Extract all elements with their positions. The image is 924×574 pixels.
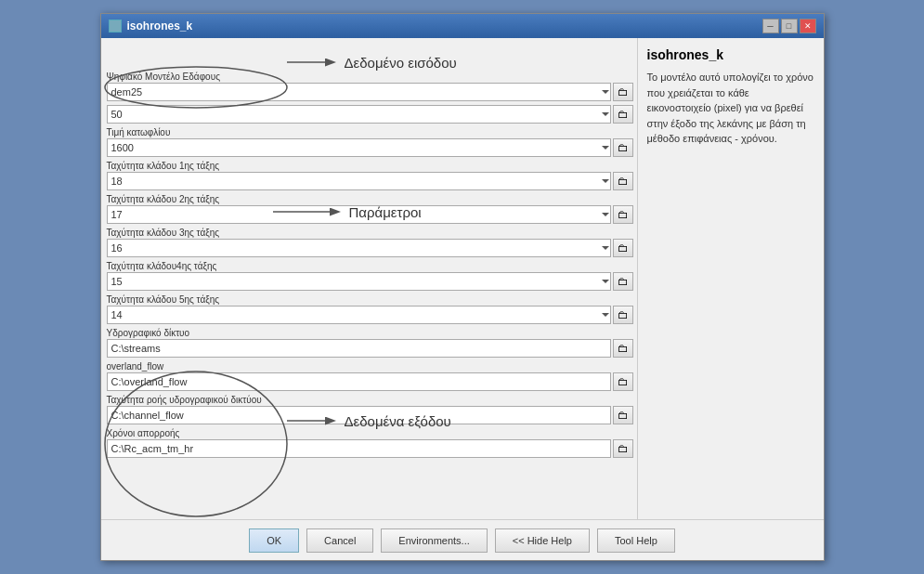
- select-wrapper-timh: 1600: [107, 138, 611, 157]
- hide-help-button[interactable]: << Hide Help: [495, 528, 590, 553]
- input-overland[interactable]: [107, 372, 611, 391]
- select-50[interactable]: 50: [107, 105, 611, 124]
- folder-icon-9: 🗀: [618, 342, 629, 355]
- input-ydrografiko[interactable]: [107, 339, 611, 358]
- select-tax5[interactable]: 14: [107, 306, 611, 324]
- minimize-button[interactable]: ─: [762, 19, 779, 33]
- select-wrapper-tax3: 16: [107, 239, 611, 257]
- dialog-footer: OK Cancel Environments... << Hide Help T…: [101, 519, 824, 560]
- select-tax3[interactable]: 16: [107, 239, 611, 257]
- folder-icon-12: 🗀: [618, 442, 629, 455]
- folder-button-tax4[interactable]: 🗀: [613, 272, 633, 291]
- environments-button[interactable]: Environments...: [381, 528, 487, 553]
- field-tax2: Ταχύτητα κλάδου 2ης τάξης 17 🗀: [107, 194, 633, 224]
- select-tax2[interactable]: 17: [107, 205, 611, 224]
- label-channel: Ταχύτητα ροής υδρογραφικού δικτύου: [107, 395, 633, 405]
- label-overland: overland_flow: [107, 361, 633, 372]
- right-panel-description: Το μοντέλο αυτό υπολογίζει το χρόνο που …: [647, 70, 814, 147]
- input-xronoi[interactable]: [107, 439, 611, 458]
- select-timh[interactable]: 1600: [107, 138, 611, 157]
- folder-button-50[interactable]: 🗀: [613, 105, 633, 124]
- field-tax4: Ταχύτητα κλάδου4ης τάξης 15 🗀: [107, 261, 633, 291]
- folder-icon-2: 🗀: [618, 108, 629, 121]
- field-tax1: Ταχύτητα κλάδου 1ης τάξης 18 🗀: [107, 161, 633, 190]
- label-tax4: Ταχύτητα κλάδου4ης τάξης: [107, 261, 633, 271]
- field-timh: Τιμή κατωφλίου 1600 🗀: [107, 127, 633, 157]
- field-channel: Ταχύτητα ροής υδρογραφικού δικτύου 🗀: [107, 395, 633, 424]
- folder-button-tax2[interactable]: 🗀: [613, 205, 633, 224]
- tool-help-button[interactable]: Tool Help: [597, 528, 675, 553]
- folder-icon-10: 🗀: [618, 375, 629, 388]
- label-tax2: Ταχύτητα κλάδου 2ης τάξης: [107, 194, 633, 204]
- ok-button[interactable]: OK: [249, 528, 299, 553]
- right-panel: isohrones_k Το μοντέλο αυτό υπολογίζει τ…: [638, 38, 824, 519]
- folder-button-channel[interactable]: 🗀: [613, 406, 633, 424]
- field-xronoi: Χρόνοι απορροής 🗀: [107, 428, 633, 458]
- label-ydrografiko: Υδρογραφικό δίκτυο: [107, 328, 633, 338]
- field-tax5: Ταχύτητα κλάδου 5ης τάξης 14 🗀: [107, 294, 633, 324]
- select-wrapper-50: 50: [107, 105, 611, 124]
- folder-button-tax3[interactable]: 🗀: [613, 239, 633, 257]
- select-dem[interactable]: dem25: [107, 83, 611, 101]
- folder-button-overland[interactable]: 🗀: [613, 372, 633, 391]
- label-tax3: Ταχύτητα κλάδου 3ης τάξης: [107, 228, 633, 238]
- folder-icon-4: 🗀: [618, 175, 629, 188]
- right-panel-title: isohrones_k: [647, 47, 814, 62]
- folder-icon-3: 🗀: [618, 141, 629, 154]
- folder-icon-11: 🗀: [618, 409, 629, 422]
- label-xronoi: Χρόνοι απορροής: [107, 428, 633, 438]
- folder-button-tax1[interactable]: 🗀: [613, 172, 633, 190]
- select-tax4[interactable]: 15: [107, 272, 611, 291]
- folder-button-xronoi[interactable]: 🗀: [613, 439, 633, 458]
- left-panel: Δεδομένο εισόδου Παράμετροι: [101, 38, 638, 519]
- select-wrapper-tax4: 15: [107, 272, 611, 291]
- dialog-body: Δεδομένο εισόδου Παράμετροι: [101, 38, 824, 519]
- folder-icon-8: 🗀: [618, 308, 629, 321]
- input-channel[interactable]: [107, 406, 611, 424]
- restore-button[interactable]: □: [781, 19, 798, 33]
- main-dialog: isohrones_k ─ □ ✕ Δεδομένο εισόδ: [100, 13, 825, 561]
- title-bar: isohrones_k ─ □ ✕: [101, 14, 824, 38]
- folder-button-dem[interactable]: 🗀: [613, 83, 633, 101]
- select-wrapper-tax2: 17: [107, 205, 611, 224]
- label-dem: Ψηφιακό Μοντέλο Εδάφους: [107, 72, 633, 82]
- folder-icon: 🗀: [618, 85, 629, 98]
- label-timh: Τιμή κατωφλίου: [107, 127, 633, 137]
- field-tax3: Ταχύτητα κλάδου 3ης τάξης 16 🗀: [107, 228, 633, 257]
- annotation-input-data: Δεδομένο εισόδου: [345, 55, 457, 71]
- field-ydrografiko: Υδρογραφικό δίκτυο 🗀: [107, 328, 633, 358]
- folder-icon-7: 🗀: [618, 275, 629, 288]
- field-overland: overland_flow 🗀: [107, 361, 633, 391]
- label-tax5: Ταχύτητα κλάδου 5ης τάξης: [107, 294, 633, 305]
- select-wrapper-tax5: 14: [107, 306, 611, 324]
- window-title: isohrones_k: [127, 20, 193, 33]
- folder-icon-6: 🗀: [618, 241, 629, 254]
- folder-icon-5: 🗀: [618, 208, 629, 221]
- close-button[interactable]: ✕: [800, 19, 816, 33]
- field-50: 50 🗀: [107, 105, 633, 124]
- select-tax1[interactable]: 18: [107, 172, 611, 190]
- window-icon: [109, 20, 122, 33]
- title-controls: ─ □ ✕: [762, 19, 816, 33]
- select-wrapper-tax1: 18: [107, 172, 611, 190]
- field-dem: Ψηφιακό Μοντέλο Εδάφους dem25 🗀: [107, 72, 633, 101]
- cancel-button[interactable]: Cancel: [306, 528, 373, 553]
- label-tax1: Ταχύτητα κλάδου 1ης τάξης: [107, 161, 633, 171]
- folder-button-ydrografiko[interactable]: 🗀: [613, 339, 633, 358]
- select-wrapper-dem: dem25: [107, 83, 611, 101]
- folder-button-timh[interactable]: 🗀: [613, 138, 633, 157]
- folder-button-tax5[interactable]: 🗀: [613, 306, 633, 324]
